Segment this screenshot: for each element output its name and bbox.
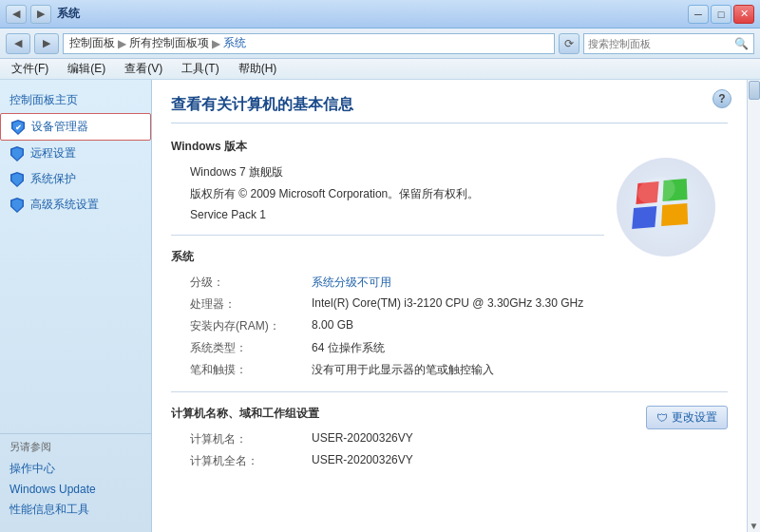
svg-marker-8 (12, 199, 23, 211)
system-label-1: 处理器： (190, 296, 304, 313)
computer-row-1: 计算机全名： USER-20200326VY (190, 453, 728, 469)
search-icon: 🔍 (734, 35, 750, 52)
windows-edition: Windows 7 旗舰版 (190, 164, 283, 180)
windows-section: Windows 版本 (171, 139, 728, 221)
computer-section: 计算机名称、域和工作组设置 🛡 更改设置 计算机名： USER-20200326… (171, 406, 728, 469)
refresh-button[interactable]: ⟳ (559, 33, 580, 54)
computer-value-name: USER-20200326VY (312, 431, 413, 447)
sidebar: 控制面板主页 ✔ 设备管理器 远程设置 (0, 80, 152, 532)
system-value-ram: 8.00 GB (312, 318, 353, 334)
menu-bar: 文件(F) 编辑(E) 查看(V) 工具(T) 帮助(H) (0, 59, 760, 80)
sidebar-advanced-label: 高级系统设置 (30, 197, 99, 213)
content-area: ? 查看有关计算机的基本信息 Windows 版本 (152, 80, 747, 532)
system-row-3: 系统类型： 64 位操作系统 (190, 340, 728, 356)
search-box[interactable]: 🔍 (583, 33, 754, 54)
sidebar-item-home[interactable]: 控制面板主页 (0, 87, 151, 113)
windows-logo (614, 155, 718, 262)
system-value-type: 64 位操作系统 (312, 340, 385, 356)
title-buttons: ─ □ ✕ (686, 5, 754, 24)
also-item-action-center[interactable]: 操作中心 (10, 458, 142, 480)
close-button[interactable]: ✕ (733, 5, 754, 24)
computer-section-heading: 计算机名称、域和工作组设置 (171, 406, 319, 422)
system-section: 系统 分级： 系统分级不可用 处理器： Intel(R) Core(TM) i3… (171, 249, 728, 378)
title-forward-btn[interactable]: ▶ (30, 5, 51, 24)
system-value-cpu: Intel(R) Core(TM) i3-2120 CPU @ 3.30GHz … (312, 296, 583, 313)
svg-marker-6 (12, 173, 23, 185)
shield-icon-device: ✔ (10, 120, 26, 135)
system-label-3: 系统类型： (190, 340, 304, 356)
title-bar: ◀ ▶ 系统 ─ □ ✕ (0, 0, 760, 28)
service-pack-row: Service Pack 1 (190, 208, 604, 221)
divider-2 (171, 391, 728, 392)
change-settings-button[interactable]: 🛡 更改设置 (646, 406, 728, 429)
search-input[interactable] (588, 38, 734, 49)
forward-button[interactable]: ▶ (34, 33, 59, 54)
also-title: 另请参阅 (10, 440, 142, 454)
computer-value-fullname: USER-20200326VY (312, 453, 413, 469)
sidebar-home-label: 控制面板主页 (10, 92, 78, 108)
sidebar-item-device-manager[interactable]: ✔ 设备管理器 (0, 113, 151, 141)
menu-file[interactable]: 文件(F) (8, 59, 52, 79)
menu-edit[interactable]: 编辑(E) (64, 59, 109, 79)
path-sep1: ▶ (118, 37, 126, 50)
path-sep2: ▶ (212, 37, 220, 50)
menu-view[interactable]: 查看(V) (121, 59, 166, 79)
shield-icon-remote (10, 146, 25, 162)
path-part2: 所有控制面板项 (129, 35, 209, 51)
sidebar-also-section: 另请参阅 操作中心 Windows Update 性能信息和工具 (0, 433, 151, 524)
divider-1 (171, 235, 604, 236)
change-btn-label: 更改设置 (672, 409, 717, 426)
title-back-btn[interactable]: ◀ (6, 5, 27, 24)
sidebar-protection-label: 系统保护 (30, 171, 76, 187)
menu-tools[interactable]: 工具(T) (178, 59, 222, 79)
address-path[interactable]: 控制面板 ▶ 所有控制面板项 ▶ 系统 (63, 33, 555, 54)
system-label-2: 安装内存(RAM)： (190, 318, 304, 334)
system-value-rating[interactable]: 系统分级不可用 (312, 275, 391, 291)
menu-help[interactable]: 帮助(H) (235, 59, 281, 79)
page-title: 查看有关计算机的基本信息 (171, 95, 728, 124)
also-item-windows-update[interactable]: Windows Update (10, 480, 142, 499)
shield-icon-advanced (10, 198, 25, 213)
window-title: 系统 (57, 6, 80, 22)
sidebar-device-label: 设备管理器 (31, 119, 88, 135)
computer-label-0: 计算机名： (190, 431, 304, 447)
windows-copyright-row: 版权所有 © 2009 Microsoft Corporation。保留所有权利… (190, 186, 604, 202)
sidebar-item-protection[interactable]: 系统保护 (0, 166, 151, 192)
also-item-performance[interactable]: 性能信息和工具 (10, 499, 142, 521)
system-row-0: 分级： 系统分级不可用 (190, 275, 728, 291)
path-part1: 控制面板 (69, 35, 115, 51)
system-label-0: 分级： (190, 275, 304, 291)
system-row-1: 处理器： Intel(R) Core(TM) i3-2120 CPU @ 3.3… (190, 296, 728, 313)
scrollbar[interactable]: ▼ (747, 80, 760, 532)
windows-copyright: 版权所有 © 2009 Microsoft Corporation。保留所有权利… (190, 186, 479, 202)
minimize-button[interactable]: ─ (688, 5, 709, 24)
back-button[interactable]: ◀ (6, 33, 30, 54)
computer-label-1: 计算机全名： (190, 453, 304, 469)
svg-marker-4 (12, 147, 23, 160)
sidebar-item-advanced[interactable]: 高级系统设置 (0, 192, 151, 218)
sidebar-item-remote[interactable]: 远程设置 (0, 141, 151, 166)
svg-text:✔: ✔ (15, 124, 22, 132)
shield-icon-protection (10, 172, 25, 187)
system-row-4: 笔和触摸： 没有可用于此显示器的笔或触控输入 (190, 362, 728, 378)
system-row-2: 安装内存(RAM)： 8.00 GB (190, 318, 728, 334)
path-part3: 系统 (223, 35, 246, 51)
scrollbar-down[interactable]: ▼ (748, 519, 760, 532)
maximize-button[interactable]: □ (711, 5, 732, 24)
computer-info: 计算机名： USER-20200326VY 计算机全名： USER-202003… (171, 431, 728, 469)
address-bar: ◀ ▶ 控制面板 ▶ 所有控制面板项 ▶ 系统 ⟳ 🔍 (0, 28, 760, 59)
main-layout: 控制面板主页 ✔ 设备管理器 远程设置 (0, 80, 760, 532)
service-pack: Service Pack 1 (190, 208, 266, 221)
computer-row-0: 计算机名： USER-20200326VY (190, 431, 728, 447)
change-btn-icon: 🛡 (656, 411, 668, 425)
windows-section-heading: Windows 版本 (171, 139, 728, 155)
system-info: 分级： 系统分级不可用 处理器： Intel(R) Core(TM) i3-21… (171, 275, 728, 378)
system-value-pen: 没有可用于此显示器的笔或触控输入 (312, 362, 494, 378)
system-label-4: 笔和触摸： (190, 362, 304, 378)
help-icon[interactable]: ? (712, 89, 732, 108)
windows-edition-row: Windows 7 旗舰版 (190, 164, 604, 180)
sidebar-remote-label: 远程设置 (30, 145, 76, 162)
title-bar-left: ◀ ▶ 系统 (6, 5, 80, 24)
